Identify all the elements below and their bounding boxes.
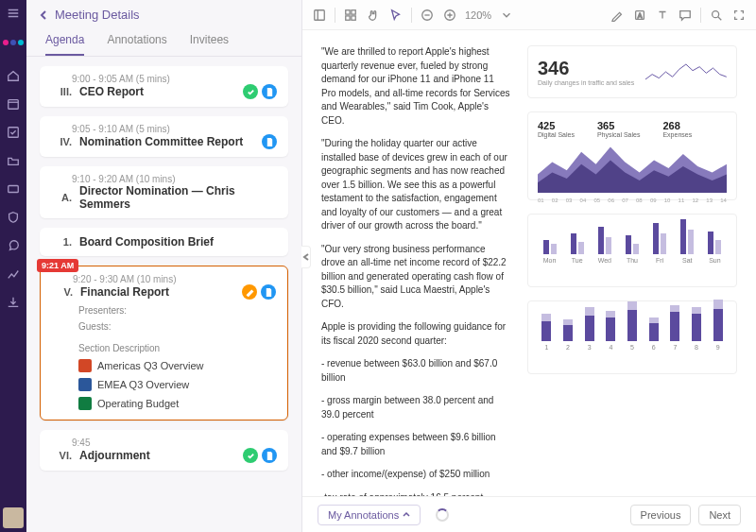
agenda-time: 9:00 - 9:05 AM (5 mins) bbox=[51, 74, 277, 84]
app-nav-rail bbox=[0, 0, 26, 532]
doc-paragraph: "Our very strong business performance dr… bbox=[321, 243, 510, 312]
agenda-item[interactable]: 9:00 - 9:05 AM (5 mins)III.CEO Report bbox=[40, 66, 288, 107]
avatar[interactable] bbox=[3, 507, 24, 528]
app-logo bbox=[3, 40, 24, 45]
zoom-level: 120% bbox=[465, 9, 491, 21]
svg-rect-6 bbox=[346, 15, 350, 19]
doc-charts-column: 346 Daily changes in traffic and sales 4… bbox=[527, 45, 737, 496]
doc-text-column: "We are thrilled to report Apple's highe… bbox=[321, 45, 510, 496]
chart-bar-weekly: MonTueWedThuFriSatSun bbox=[527, 214, 737, 287]
word-file-icon bbox=[78, 378, 92, 391]
folder-icon[interactable] bbox=[6, 153, 21, 168]
metric-value: 346 bbox=[538, 58, 634, 79]
document-icon bbox=[262, 134, 277, 149]
agenda-number: V. bbox=[52, 286, 73, 298]
menu-icon[interactable] bbox=[6, 6, 21, 21]
svg-rect-2 bbox=[9, 186, 19, 193]
svg-rect-3 bbox=[315, 9, 325, 20]
collapse-panel-button[interactable] bbox=[301, 246, 311, 268]
tasks-icon[interactable] bbox=[6, 125, 21, 140]
doc-paragraph: "During the holiday quarter our active i… bbox=[321, 137, 510, 233]
hand-tool-icon[interactable] bbox=[366, 8, 381, 23]
agenda-item[interactable]: 1.Board Composition Brief bbox=[40, 228, 288, 256]
doc-bullet: - gross margin between 38.0 percent and … bbox=[321, 394, 510, 421]
chevron-down-icon[interactable] bbox=[499, 8, 514, 23]
card-icon[interactable] bbox=[6, 181, 21, 197]
section-label: Section Description bbox=[52, 337, 276, 353]
check-icon bbox=[243, 448, 258, 463]
xls-file-icon bbox=[78, 397, 92, 410]
agenda-item[interactable]: 9:10 - 9:20 AM (10 mins)A.Director Nomin… bbox=[40, 166, 288, 218]
current-time-badge: 9:21 AM bbox=[37, 259, 78, 272]
doc-bullet: - other income/(expense) of $250 million bbox=[321, 468, 510, 482]
zoom-out-icon[interactable] bbox=[420, 8, 435, 23]
ppt-file-icon bbox=[78, 359, 92, 372]
tab-annotations[interactable]: Annotations bbox=[107, 26, 166, 56]
chart-bar-numbered: 123456789 bbox=[527, 300, 737, 374]
back-button[interactable]: Meeting Details bbox=[26, 0, 301, 26]
doc-toolbar: 120% A bbox=[302, 0, 756, 30]
zoom-in-icon[interactable] bbox=[442, 8, 457, 23]
document-icon bbox=[262, 84, 277, 99]
comment-tool-icon[interactable] bbox=[678, 8, 693, 23]
doc-paragraph: "We are thrilled to report Apple's highe… bbox=[321, 45, 510, 128]
download-icon[interactable] bbox=[6, 295, 21, 310]
agenda-title: Board Composition Brief bbox=[79, 235, 269, 249]
agenda-time: 9:05 - 9:10 AM (5 mins) bbox=[51, 124, 277, 134]
agenda-title: Nomination Committee Report bbox=[79, 135, 254, 148]
doc-bullet: - revenue between $63.0 billion and $67.… bbox=[321, 357, 510, 385]
agenda-item[interactable]: 9:21 AM9:20 - 9:30 AM (10 mins)V.Financi… bbox=[40, 266, 288, 420]
agenda-title: Financial Report bbox=[80, 285, 234, 299]
agenda-item[interactable]: 9:05 - 9:10 AM (5 mins)IV.Nomination Com… bbox=[40, 116, 288, 157]
home-icon[interactable] bbox=[6, 68, 21, 83]
highlight-tool-icon[interactable]: A bbox=[632, 8, 647, 23]
agenda-item[interactable]: 9:45VI.Adjournment bbox=[40, 430, 288, 471]
attached-doc[interactable]: Operating Budget bbox=[78, 397, 276, 410]
agenda-number: VI. bbox=[51, 450, 72, 461]
edit-icon bbox=[242, 284, 257, 300]
next-button[interactable]: Next bbox=[698, 505, 741, 525]
document-icon bbox=[261, 284, 276, 300]
agenda-time: 9:10 - 9:20 AM (10 mins) bbox=[51, 174, 277, 184]
svg-text:A: A bbox=[638, 11, 643, 18]
agenda-number: 1. bbox=[51, 236, 72, 248]
doc-bottom-bar: My Annotations Previous Next bbox=[302, 496, 756, 532]
search-icon[interactable] bbox=[709, 8, 724, 23]
calendar-icon[interactable] bbox=[6, 96, 21, 112]
agenda-title: Adjournment bbox=[79, 449, 235, 462]
agenda-number: III. bbox=[51, 86, 72, 97]
attached-doc[interactable]: Americas Q3 Overview bbox=[78, 359, 276, 372]
guests-label: Guests: bbox=[52, 316, 276, 332]
tab-invitees[interactable]: Invitees bbox=[190, 26, 229, 56]
check-icon bbox=[243, 84, 258, 99]
document-page: "We are thrilled to report Apple's highe… bbox=[302, 30, 756, 496]
chart-area: 425Digital Sales365Physical Sales268Expe… bbox=[527, 112, 737, 200]
agenda-title: CEO Report bbox=[79, 85, 235, 98]
svg-rect-4 bbox=[346, 9, 350, 13]
attached-doc[interactable]: EMEA Q3 Overview bbox=[78, 378, 276, 391]
fullscreen-icon[interactable] bbox=[731, 8, 747, 23]
agenda-number: IV. bbox=[51, 136, 72, 147]
shield-icon[interactable] bbox=[6, 210, 21, 225]
agenda-time: 9:45 bbox=[51, 438, 277, 448]
agenda-list: 9:00 - 9:05 AM (5 mins)III.CEO Report9:0… bbox=[26, 57, 301, 532]
pen-tool-icon[interactable] bbox=[610, 8, 625, 23]
agenda-time: 9:20 - 9:30 AM (10 mins) bbox=[52, 274, 276, 284]
text-tool-icon[interactable] bbox=[655, 8, 670, 23]
annotations-dropdown[interactable]: My Annotations bbox=[318, 505, 421, 525]
svg-point-12 bbox=[713, 10, 719, 17]
presenters-label: Presenters: bbox=[52, 300, 276, 316]
sidebar-toggle-icon[interactable] bbox=[312, 8, 327, 23]
chart-metric-card: 346 Daily changes in traffic and sales bbox=[527, 45, 737, 98]
metric-label: Daily changes in traffic and sales bbox=[538, 79, 634, 86]
analytics-icon[interactable] bbox=[6, 266, 21, 282]
doc-paragraph: Apple is providing the following guidanc… bbox=[321, 320, 510, 348]
loading-spinner-icon bbox=[436, 508, 449, 522]
svg-rect-5 bbox=[352, 9, 355, 13]
grid-view-icon[interactable] bbox=[343, 8, 358, 23]
chat-icon[interactable] bbox=[6, 238, 21, 253]
tab-agenda[interactable]: Agenda bbox=[45, 26, 84, 56]
pointer-tool-icon[interactable] bbox=[388, 8, 404, 23]
prev-button[interactable]: Previous bbox=[630, 505, 692, 525]
area-chart bbox=[538, 142, 727, 193]
